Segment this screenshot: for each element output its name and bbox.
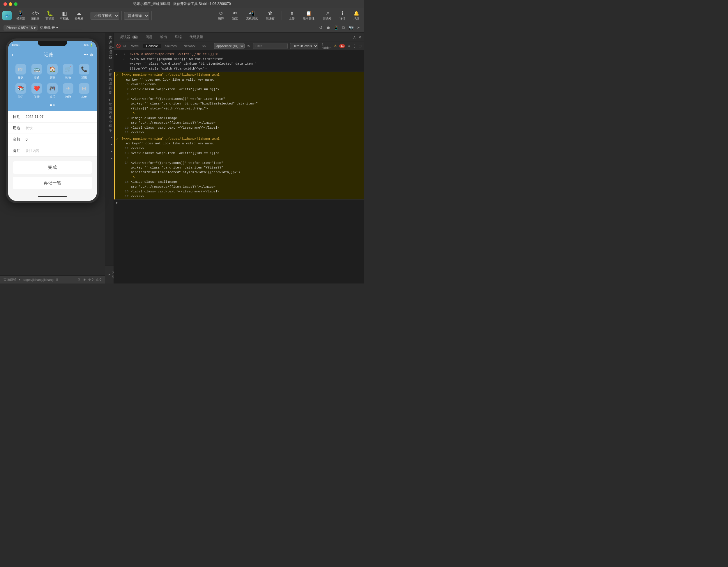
maximize-button[interactable] (14, 2, 17, 6)
left-status-bar: 页面路径 ▾ pages/jizhang/jizhang ⧉ ⚙ 👁 ⊙ 0 ⚠… (0, 276, 105, 284)
settings-icon[interactable]: ⚙ (347, 44, 351, 48)
more-icon[interactable]: ✂ (357, 25, 361, 30)
icon-row-2: 📚 学习 ❤️ 健康 🎮 娱乐 ✈ 旅游 (13, 83, 92, 99)
simulator-button[interactable]: 📱 模拟器 (14, 10, 27, 22)
file-app-wxss[interactable]: ~ app.wxss (105, 183, 114, 190)
debugger-button[interactable]: 🐛 调试器 (43, 10, 56, 22)
message-button[interactable]: 🔔 消息 (351, 9, 362, 22)
refresh-icon[interactable]: ↺ (319, 25, 323, 30)
version-button[interactable]: 📋 版本管理 (301, 9, 317, 22)
window-controls[interactable] (3, 2, 17, 6)
phone-more-icon[interactable]: ••• (84, 52, 88, 57)
hot-reload-toggle[interactable]: 热重载 开 ▾ (40, 25, 58, 30)
console-filter-input[interactable] (253, 43, 288, 49)
close-panel-icon[interactable]: ✕ (358, 35, 362, 40)
form-row-amount[interactable]: 金额 0 (8, 134, 97, 145)
test-button[interactable]: ↗ 测试号 (320, 9, 334, 22)
tab-wxml[interactable]: Wxml (128, 44, 142, 48)
folder-utils[interactable]: ▸ 📁 utils (105, 155, 114, 162)
phone-nav-icons: ••• ⊕ (84, 52, 93, 57)
icon-item-other[interactable]: ⊞ 其他 (77, 83, 91, 99)
icon-item-travel[interactable]: ✈ 旅游 (61, 83, 75, 99)
clear-console-icon[interactable]: 🚫 (116, 44, 121, 48)
icon-item-food[interactable]: 🍽 餐饮 (14, 64, 28, 80)
chevron-up-icon[interactable]: ∧ (353, 35, 356, 40)
file-project-private-config[interactable]: {} project.private.config... (105, 197, 114, 204)
visual-button[interactable]: ◧ 可视化 (58, 10, 71, 22)
folder-resource[interactable]: ▸ 📁 resource (105, 148, 114, 155)
clear-cache-button[interactable]: 🗑 清缓存 (264, 10, 277, 22)
battery-icon: 🔋 (90, 43, 93, 47)
folder-data[interactable]: ▸ 📁 data (105, 134, 114, 141)
icon-item-study[interactable]: 📚 学习 (14, 83, 28, 99)
form-row-purpose[interactable]: 用途 餐饮 (8, 123, 97, 134)
tab-terminal[interactable]: 终端 (171, 33, 185, 41)
icon-item-transport[interactable]: 🚌 交通 (30, 64, 44, 80)
icon-item-home[interactable]: 🏠 居家 (45, 64, 59, 80)
preview-button[interactable]: 👁 预览 (230, 10, 240, 22)
warning-detail-2: wx:key="" does not look like a valid key… (122, 141, 362, 146)
mode-select[interactable]: 小程序模式 (91, 12, 119, 20)
phone-back-button[interactable]: ‹ (12, 52, 13, 58)
file-actions-js[interactable]: JS actions.js (105, 162, 114, 169)
phone-icon[interactable]: 📱 (334, 25, 339, 30)
tab-problems[interactable]: 问题 (142, 33, 156, 41)
study-label: 学习 (18, 95, 24, 99)
more-icon[interactable]: ⋮ (353, 44, 356, 48)
chevron-right-icon: ▸ (111, 157, 112, 160)
eye-icon[interactable]: 👁 (247, 44, 250, 48)
compile-button[interactable]: ⟳ 编译 (216, 9, 226, 22)
tab-sources[interactable]: Sources (162, 44, 179, 48)
complete-button[interactable]: 完成 (13, 161, 92, 174)
chevron-right-icon: ▸ (111, 143, 112, 146)
file-reducers-js[interactable]: JS reducers.js (105, 204, 114, 211)
upload-button[interactable]: ⬆ 上传 (287, 9, 297, 22)
expand-icon[interactable]: ⊡ (359, 44, 362, 48)
screenshot-icon[interactable]: 📷 (349, 25, 354, 30)
file-sitemap-json[interactable]: {} sitemap.json (105, 211, 114, 218)
file-app-js[interactable]: JS app.js (105, 169, 114, 176)
tab-debugger[interactable]: 调试器 14 (116, 33, 142, 41)
phone-content: 🍽 餐饮 🚌 交通 🏠 居家 🛒 购物 (8, 61, 97, 201)
record-icon[interactable]: ⏺ (326, 25, 330, 30)
open-editors-label[interactable]: ▸ 打开的编辑器 (105, 62, 114, 96)
form-row-date[interactable]: 日期 2022-11-07 (8, 111, 97, 123)
icon-item-shopping[interactable]: 🛒 购物 (61, 64, 75, 80)
project-label[interactable]: ▾ 微信记账小程序 (105, 96, 114, 134)
folder-pages[interactable]: ▸ 📁 pages (105, 141, 114, 148)
context-select[interactable]: appservice (#4) (214, 43, 245, 49)
copy-icon[interactable]: ⧉ (342, 25, 345, 30)
prompt-arrow-icon: ▶ (116, 201, 118, 205)
icon-item-telecom[interactable]: 📞 通讯 (77, 64, 91, 80)
close-button[interactable] (3, 2, 7, 6)
compile-select[interactable]: 普通编译 (124, 12, 149, 20)
icon-item-health[interactable]: ❤️ 健康 (30, 83, 44, 99)
device-selector[interactable]: iPhone X 85% 16 ▾ (3, 25, 38, 31)
filter-icon[interactable]: ⊘ (123, 44, 126, 48)
tab-network[interactable]: Network (181, 44, 198, 48)
file-project-config[interactable]: {} project.config.json (105, 190, 114, 197)
file-app-json[interactable]: {} app.json (105, 176, 114, 183)
settings-icon[interactable]: ⚙ (77, 278, 80, 282)
copy-path-icon[interactable]: ⧉ (56, 278, 58, 282)
file-panel-header: 资源管理器 ··· (105, 33, 114, 62)
console-prompt[interactable]: ▶ (114, 200, 364, 206)
another-button[interactable]: 再记一笔 (13, 177, 92, 189)
real-debug-button[interactable]: 📲 真机调试 (244, 9, 260, 22)
travel-label: 旅游 (65, 95, 71, 99)
tab-code-quality[interactable]: 代码质量 (186, 33, 207, 41)
icon-item-entertainment[interactable]: 🎮 娱乐 (45, 83, 59, 99)
cloud-button[interactable]: ☁ 云开发 (72, 10, 86, 22)
tab-more[interactable]: >> (199, 44, 209, 48)
minimize-button[interactable] (9, 2, 12, 6)
phone-home-icon[interactable]: ⊕ (90, 52, 93, 57)
avatar[interactable]: 🐟 (2, 11, 12, 20)
detail-button[interactable]: ℹ 详情 (337, 9, 348, 22)
form-row-note[interactable]: 备注 备注内容 (8, 145, 97, 157)
eye-icon[interactable]: 👁 (83, 278, 86, 282)
editor-button[interactable]: </> 编辑器 (29, 10, 42, 22)
tab-output[interactable]: 输出 (157, 33, 171, 41)
tab-console[interactable]: Console (143, 44, 161, 48)
console-input[interactable] (119, 201, 362, 205)
log-level-select[interactable]: Default levels (290, 43, 318, 49)
